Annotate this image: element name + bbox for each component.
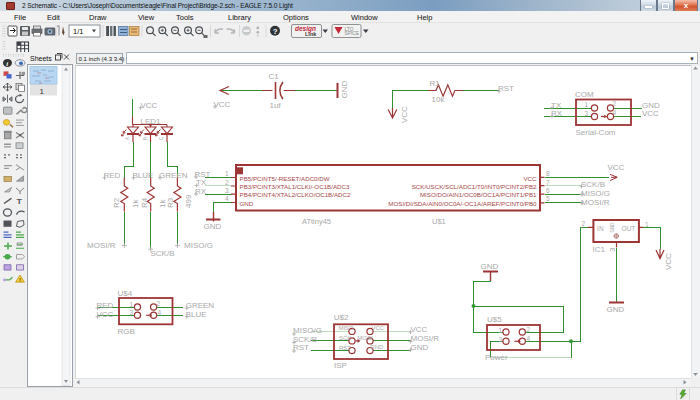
svg-text:GREEN: GREEN [159,171,188,180]
svg-text:IN: IN [597,225,604,232]
svg-text:GND: GND [607,305,625,314]
svg-text:SCK: SCK [339,335,351,341]
svg-text:IC1: IC1 [593,245,606,254]
svg-text:R2: R2 [112,197,121,208]
svg-text:SCK/USCK/SCL/ADC1/T0/INT0/PCIN: SCK/USCK/SCL/ADC1/T0/INT0/PCINT2/PB2 [412,183,537,190]
svg-text:10k: 10k [432,95,446,104]
svg-text:MISO/DO/AIN1/OC0B/OC1A/PCINT1/: MISO/DO/AIN1/OC0B/OC1A/PCINT1/PB1 [420,191,537,198]
svg-text:U$1: U$1 [432,217,446,226]
svg-text:3: 3 [608,247,617,252]
svg-text:VCC: VCC [608,163,625,172]
svg-text:1/1: 1/1 [73,27,83,36]
svg-text:Power: Power [485,353,508,362]
svg-text:1: 1 [499,327,503,334]
svg-text:A: A [125,137,130,140]
svg-text:ISP: ISP [334,361,347,370]
svg-text:2: 2 [613,100,617,107]
svg-text:4: 4 [225,195,229,202]
svg-text:U$5: U$5 [487,315,502,324]
svg-text:R1: R1 [430,79,441,88]
svg-text:OUT: OUT [622,225,636,232]
svg-text:Link: Link [305,30,317,36]
svg-text:GND: GND [610,222,615,233]
svg-text:R3: R3 [166,197,175,208]
svg-text:5: 5 [546,195,550,202]
svg-text:?: ? [273,26,278,35]
svg-text:8: 8 [546,170,550,177]
svg-text:MOSI/R: MOSI/R [87,241,116,250]
svg-text:Sheets: Sheets [30,55,52,62]
svg-text:VCC: VCC [523,175,537,182]
svg-text:1: 1 [130,301,134,308]
svg-text:2: 2 [527,326,531,333]
svg-text:ATtiny45: ATtiny45 [302,217,331,226]
svg-text:1k: 1k [131,199,140,208]
svg-text:MISO: MISO [338,325,354,331]
svg-text:4: 4 [527,335,531,342]
svg-text:GND: GND [481,262,499,271]
svg-text:VCC: VCC [400,106,409,123]
svg-text:7: 7 [546,179,550,186]
svg-text:RST: RST [339,345,351,351]
svg-text:U$4: U$4 [118,289,133,298]
svg-text:SCK/B: SCK/B [581,180,605,189]
svg-text:RGB: RGB [118,327,135,336]
svg-text:1: 1 [585,101,589,108]
svg-text:GND: GND [240,200,254,207]
svg-text:VCC: VCC [411,325,428,334]
svg-text:RST: RST [498,84,514,93]
svg-text:VCC: VCC [664,253,673,270]
svg-text:3: 3 [225,187,229,194]
svg-text:C: C [159,136,164,140]
svg-text:PB5/PCINT5/-RESET/ADC0/DW: PB5/PCINT5/-RESET/ADC0/DW [240,175,330,182]
svg-text:B: B [143,137,148,140]
svg-text:!: ! [19,276,21,283]
svg-text:GND: GND [340,81,349,99]
svg-text:4: 4 [158,309,162,316]
svg-text:499: 499 [184,194,193,208]
svg-text:COM: COM [575,90,594,99]
svg-text:GND: GND [370,344,384,350]
svg-text:2: 2 [225,179,229,186]
svg-text:6: 6 [546,187,550,194]
svg-text:1uf: 1uf [270,101,282,110]
svg-text:GND: GND [204,222,222,231]
svg-text:SCK/B: SCK/B [151,249,175,258]
svg-text:T: T [17,196,23,205]
svg-text:MISO/G: MISO/G [184,241,213,250]
svg-text:4: 4 [613,109,617,116]
svg-text:R4: R4 [140,197,149,208]
svg-text:2: 2 [157,300,161,307]
svg-text:1: 1 [645,221,649,228]
svg-text:MOSI/DI/SDA/AIN0/OC0A/-OC1A/AR: MOSI/DI/SDA/AIN0/OC0A/-OC1A/AREF/PCINT0/… [388,200,537,207]
svg-text:BLUE: BLUE [186,310,207,319]
svg-text:3: 3 [585,110,589,117]
svg-text:3: 3 [499,336,503,343]
svg-text:GND: GND [411,343,429,352]
svg-text:MOSI/R: MOSI/R [581,198,610,207]
svg-text:MOSI: MOSI [357,335,373,341]
svg-text:VCC: VCC [642,109,659,118]
svg-text:3: 3 [130,309,134,316]
svg-text:2: 2 [582,220,586,227]
svg-text:VCC: VCC [141,101,158,110]
svg-text:PB4/PCINT4/XTAL2/CLKO/OC1B/ADC: PB4/PCINT4/XTAL2/CLKO/OC1B/ADC2 [240,191,352,198]
svg-text:1: 1 [40,87,45,96]
svg-text:C1: C1 [269,72,280,81]
svg-text:SPICE: SPICE [345,31,359,36]
svg-text:i: i [6,60,8,67]
svg-text:U$2: U$2 [334,313,349,322]
svg-text:Serial-Com: Serial-Com [576,128,616,137]
svg-text:1: 1 [225,170,229,177]
svg-text:VCC: VCC [372,325,385,331]
svg-text:PB3/PCINT3/XTAL1/CLKI/-OC1B/AD: PB3/PCINT3/XTAL1/CLKI/-OC1B/ADC3 [240,183,350,190]
svg-text:BLUE: BLUE [133,171,154,180]
svg-text:LED1: LED1 [141,117,162,126]
